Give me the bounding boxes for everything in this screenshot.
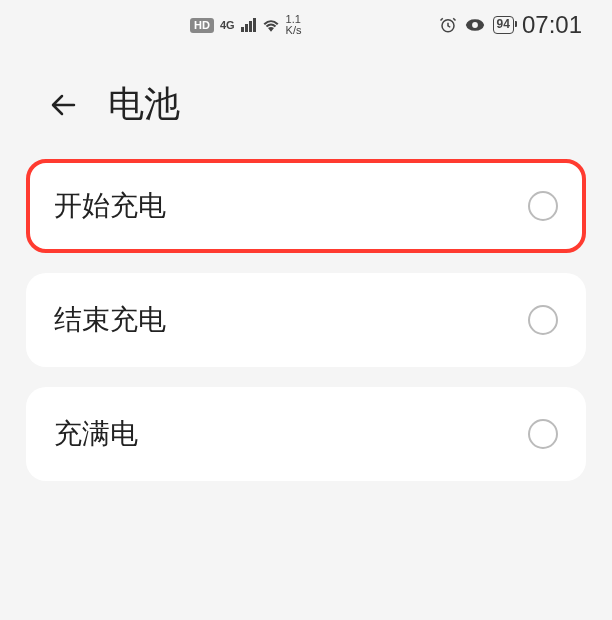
eye-icon xyxy=(465,18,485,32)
status-bar: HD 4G 1.1 K/s 94 07:01 xyxy=(0,0,612,50)
status-right: 94 07:01 xyxy=(439,11,582,39)
option-label: 充满电 xyxy=(54,415,138,453)
radio-button[interactable] xyxy=(528,419,558,449)
network-type: 4G xyxy=(220,19,235,31)
radio-button[interactable] xyxy=(528,305,558,335)
options-list: 开始充电 结束充电 充满电 xyxy=(0,159,612,481)
clock: 07:01 xyxy=(522,11,582,39)
radio-button[interactable] xyxy=(528,191,558,221)
wifi-icon xyxy=(262,18,280,32)
header: 电池 xyxy=(0,50,612,159)
alarm-icon xyxy=(439,16,457,34)
signal-icon xyxy=(241,18,256,32)
page-title: 电池 xyxy=(108,80,180,129)
network-speed: 1.1 K/s xyxy=(286,14,302,36)
back-arrow-icon xyxy=(48,89,80,121)
option-start-charging[interactable]: 开始充电 xyxy=(26,159,586,253)
back-button[interactable] xyxy=(48,89,80,121)
option-label: 结束充电 xyxy=(54,301,166,339)
svg-point-1 xyxy=(472,22,478,28)
option-label: 开始充电 xyxy=(54,187,166,225)
battery-icon: 94 xyxy=(493,16,514,34)
hd-icon: HD xyxy=(190,18,214,33)
status-left: HD 4G 1.1 K/s xyxy=(190,14,301,36)
option-fully-charged[interactable]: 充满电 xyxy=(26,387,586,481)
option-stop-charging[interactable]: 结束充电 xyxy=(26,273,586,367)
